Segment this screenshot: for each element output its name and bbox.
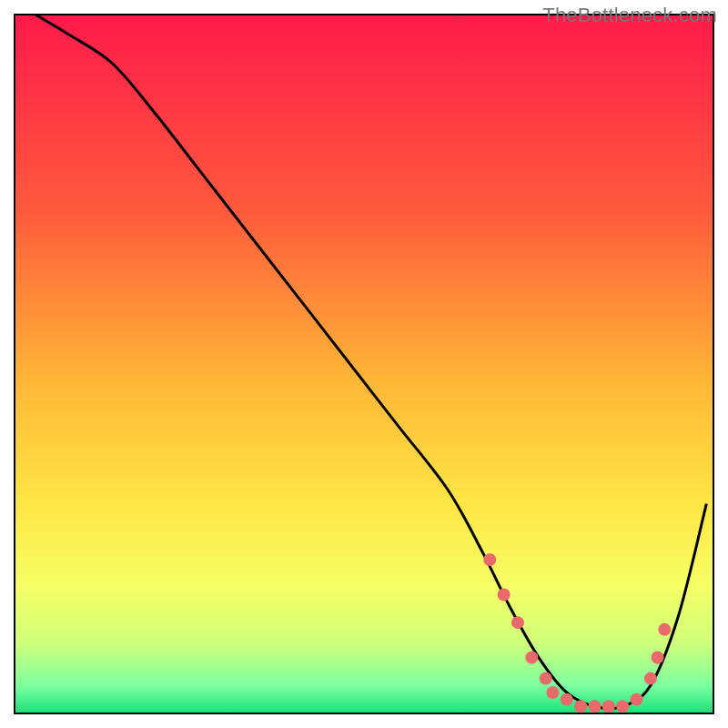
marker-dot (561, 693, 573, 706)
marker-dot (652, 652, 664, 664)
marker-dot (498, 588, 511, 601)
bottleneck-plot (0, 0, 728, 728)
marker-dot (658, 623, 671, 636)
marker-dot (588, 700, 601, 713)
marker-dot (631, 693, 643, 706)
marker-dot (525, 652, 538, 664)
marker-dot (540, 672, 552, 685)
marker-dot (546, 686, 559, 699)
attribution-text: TheBottleneck.com (542, 4, 717, 27)
marker-dot (511, 616, 524, 629)
marker-dot (483, 553, 496, 566)
marker-dot (644, 672, 657, 685)
marker-dot (574, 700, 587, 713)
gradient-bg (15, 15, 713, 713)
marker-dot (616, 700, 629, 713)
chart-frame: TheBottleneck.com (0, 0, 728, 728)
marker-dot (602, 700, 615, 713)
